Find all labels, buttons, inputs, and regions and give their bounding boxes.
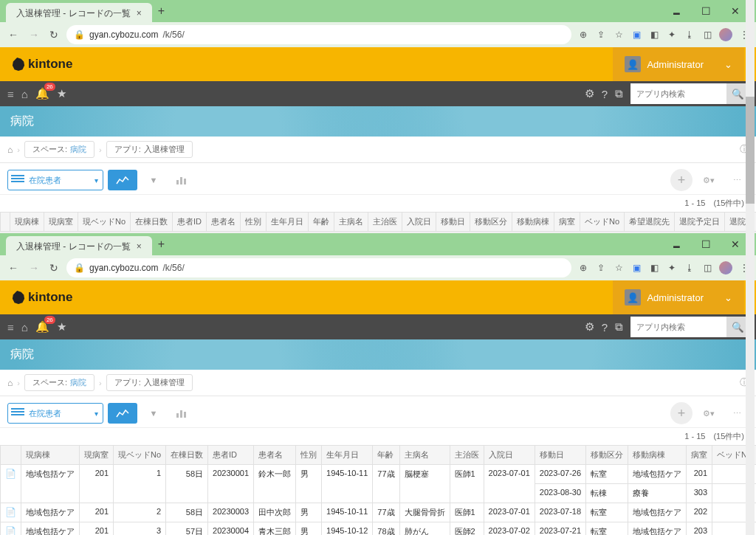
column-header[interactable]: 病室 xyxy=(687,446,712,465)
table-row[interactable]: 📄地域包括ケア201158日20230001鈴木一郎男1945-10-1177歳… xyxy=(1,465,757,484)
column-header[interactable]: 生年月日 xyxy=(267,213,309,232)
chart-button[interactable] xyxy=(170,170,193,190)
column-header[interactable]: 在棟日数 xyxy=(131,213,173,232)
scrollbar[interactable] xyxy=(746,0,755,535)
user-menu[interactable]: 👤 Administrator ⌄ xyxy=(613,280,744,314)
view-selector[interactable]: 在院患者 ▾ xyxy=(7,403,103,424)
panel-icon[interactable]: ◫ xyxy=(701,29,713,41)
link-icon[interactable]: ⧉ xyxy=(615,87,623,100)
back-icon[interactable]: ← xyxy=(6,262,21,274)
record-open-icon[interactable]: 📄 xyxy=(5,507,16,517)
column-header[interactable]: 退院予定日 xyxy=(675,213,725,232)
column-header[interactable]: 現ベッドNo xyxy=(114,446,166,465)
new-tab-button[interactable]: + xyxy=(158,238,165,251)
zoom-icon[interactable]: ⊕ xyxy=(577,29,589,41)
back-icon[interactable]: ← xyxy=(6,29,21,41)
favorite-icon[interactable]: ★ xyxy=(57,320,66,334)
profile-avatar[interactable] xyxy=(719,28,732,41)
column-header[interactable]: 性別 xyxy=(241,213,267,232)
graph-button[interactable] xyxy=(108,170,137,190)
breadcrumb-home-icon[interactable]: ⌂ xyxy=(7,378,13,388)
close-icon[interactable]: × xyxy=(137,241,142,252)
chart-button[interactable] xyxy=(170,403,193,424)
url-field[interactable]: 🔒 gyan.cybozu.com/k/56/ xyxy=(66,258,571,277)
home-icon[interactable]: ⌂ xyxy=(21,88,28,100)
column-header[interactable]: 年齢 xyxy=(373,446,399,465)
maximize-icon[interactable]: ☐ xyxy=(691,5,721,17)
favorite-icon[interactable]: ★ xyxy=(57,87,66,100)
column-header[interactable]: 主治医 xyxy=(368,213,402,232)
column-header[interactable]: 患者ID xyxy=(173,213,207,232)
record-open-icon[interactable]: 📄 xyxy=(5,526,16,535)
gear-icon[interactable]: ⚙ xyxy=(585,320,594,334)
settings-icon[interactable]: ⚙▾ xyxy=(697,403,721,424)
panel-icon[interactable]: ◫ xyxy=(701,262,713,274)
minimize-icon[interactable]: 🗕 xyxy=(662,5,691,17)
column-header[interactable]: 入院日 xyxy=(402,213,436,232)
bell-icon[interactable]: 🔔26 xyxy=(35,320,49,334)
zoom-icon[interactable]: ⊕ xyxy=(577,262,589,274)
filter-button[interactable]: ▼ xyxy=(142,403,165,424)
home-icon[interactable]: ⌂ xyxy=(21,321,28,334)
column-header[interactable]: 入院日 xyxy=(484,446,535,465)
column-header[interactable]: 年齢 xyxy=(309,213,334,232)
user-menu[interactable]: 👤 Administrator ⌄ xyxy=(613,47,744,81)
menu-icon[interactable]: ≡ xyxy=(7,321,14,334)
browser-tab[interactable]: 入退棟管理 - レコードの一覧 × xyxy=(6,236,152,258)
app-search-input[interactable] xyxy=(630,317,726,337)
filter-button[interactable]: ▼ xyxy=(142,170,165,190)
puzzle-icon[interactable]: ✦ xyxy=(666,262,678,274)
help-icon[interactable]: ? xyxy=(602,88,608,100)
ext2-icon[interactable]: ◧ xyxy=(648,29,660,41)
minimize-icon[interactable]: 🗕 xyxy=(662,238,691,250)
column-header[interactable]: 病室 xyxy=(554,213,580,232)
column-header[interactable]: ベッドNo xyxy=(580,213,625,232)
menu-icon[interactable]: ≡ xyxy=(7,88,14,100)
ext1-icon[interactable]: ▣ xyxy=(630,29,642,41)
graph-button[interactable] xyxy=(108,403,137,424)
record-open-icon[interactable]: 📄 xyxy=(5,469,16,479)
share-icon[interactable]: ⇪ xyxy=(595,29,607,41)
url-field[interactable]: 🔒 gyan.cybozu.com/k/56/ xyxy=(66,25,571,44)
ext2-icon[interactable]: ◧ xyxy=(648,262,660,274)
table-row[interactable]: 📄地域包括ケア201258日20230003田中次郎男1945-10-1177歳… xyxy=(1,503,757,522)
settings-icon[interactable]: ⚙▾ xyxy=(697,170,721,190)
gear-icon[interactable]: ⚙ xyxy=(585,87,594,100)
help-icon[interactable]: ? xyxy=(602,321,608,334)
bell-icon[interactable]: 🔔26 xyxy=(35,87,49,100)
reload-icon[interactable]: ↻ xyxy=(47,262,61,274)
table-row[interactable]: 📄地域包括ケア201357日20230004青木三郎男1945-10-1278歳… xyxy=(1,522,757,536)
kintone-logo[interactable]: kintone xyxy=(12,57,72,72)
puzzle-icon[interactable]: ✦ xyxy=(666,29,678,41)
column-header[interactable]: 患者名 xyxy=(207,213,241,232)
column-header[interactable]: 現病棟 xyxy=(21,446,80,465)
breadcrumb-space[interactable]: スペース: 病院 xyxy=(24,141,94,158)
column-header[interactable]: 現病室 xyxy=(80,446,114,465)
column-header[interactable]: 移動病棟 xyxy=(512,213,554,232)
maximize-icon[interactable]: ☐ xyxy=(691,238,721,250)
breadcrumb-space[interactable]: スペース: 病院 xyxy=(24,374,94,391)
view-selector[interactable]: 在院患者 ▾ xyxy=(7,170,103,190)
star-icon[interactable]: ☆ xyxy=(613,262,625,274)
star-icon[interactable]: ☆ xyxy=(613,29,625,41)
add-record-button[interactable]: + xyxy=(670,169,693,191)
column-header[interactable]: 性別 xyxy=(296,446,322,465)
profile-avatar[interactable] xyxy=(719,261,732,275)
records-table[interactable]: 現病棟現病室現ベッドNo在棟日数患者ID患者名性別生年月日年齢主病名主治医入院日… xyxy=(0,445,756,535)
kintone-logo[interactable]: kintone xyxy=(12,290,72,305)
breadcrumb-home-icon[interactable]: ⌂ xyxy=(7,145,13,155)
download-icon[interactable]: ⭳ xyxy=(684,29,695,41)
column-header[interactable]: 主病名 xyxy=(399,446,450,465)
column-header[interactable]: 移動区分 xyxy=(586,446,628,465)
ext1-icon[interactable]: ▣ xyxy=(630,262,642,274)
link-icon[interactable]: ⧉ xyxy=(615,320,623,334)
column-header[interactable]: 主病名 xyxy=(334,213,368,232)
column-header[interactable]: 患者ID xyxy=(208,446,254,465)
column-header[interactable]: 主治医 xyxy=(450,446,484,465)
column-header[interactable]: 現ベッドNo xyxy=(78,213,131,232)
column-header[interactable]: 移動日 xyxy=(535,446,585,465)
browser-tab[interactable]: 入退棟管理 - レコードの一覧 × xyxy=(6,3,152,24)
column-header[interactable]: 移動病棟 xyxy=(628,446,687,465)
column-header[interactable]: 現病棟 xyxy=(10,213,44,232)
close-icon[interactable]: × xyxy=(137,8,142,18)
